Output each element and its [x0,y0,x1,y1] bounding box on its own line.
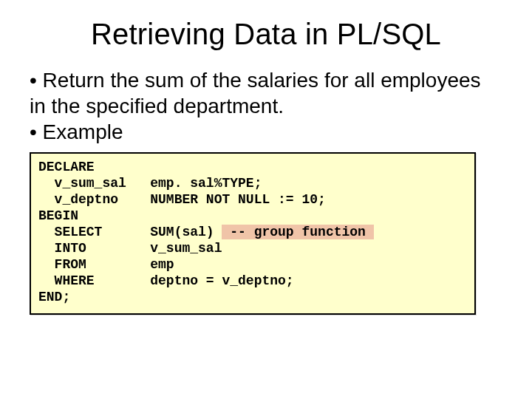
code-line: END; [38,290,70,304]
code-line: WHERE deptno = v_deptno; [38,273,294,288]
bullet-item: • Example [30,119,502,145]
code-line: DECLARE [38,160,95,174]
code-box: DECLARE v_sum_sal emp. sal%TYPE; v_deptn… [30,152,476,315]
code-line: INTO v_sum_sal [38,241,222,256]
code-block: DECLARE v_sum_sal emp. sal%TYPE; v_deptn… [38,160,467,306]
code-highlight: -- group function [222,225,373,239]
bullet-list: • Return the sum of the salaries for all… [30,67,502,145]
slide: Retrieving Data in PL/SQL • Return the s… [0,0,532,399]
code-line: SELECT SUM(sal) [38,225,222,239]
code-line: BEGIN [38,208,78,223]
slide-title: Retrieving Data in PL/SQL [30,18,502,51]
code-line: FROM emp [38,257,174,272]
code-line: v_sum_sal emp. sal%TYPE; [38,176,262,191]
code-line: v_deptno NUMBER NOT NULL := 10; [38,192,326,207]
bullet-item: • Return the sum of the salaries for all… [30,67,502,119]
